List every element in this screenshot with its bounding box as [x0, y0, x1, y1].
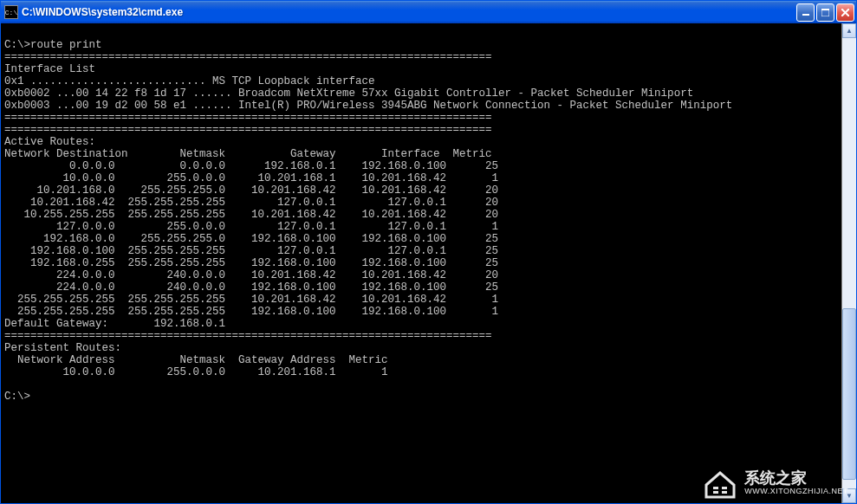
- svg-rect-2: [821, 9, 829, 10]
- minimize-button[interactable]: [796, 3, 815, 22]
- cmd-window: C:\ C:\WINDOWS\system32\cmd.exe C:\>rout…: [0, 0, 857, 504]
- window-controls: [796, 3, 854, 22]
- watermark-logo-icon: [701, 468, 739, 499]
- close-icon: [841, 9, 849, 16]
- console-output[interactable]: C:\>route print ========================…: [1, 23, 856, 503]
- close-button[interactable]: [836, 3, 854, 22]
- scroll-up-button[interactable]: ▲: [842, 23, 856, 38]
- svg-rect-0: [802, 14, 809, 16]
- svg-rect-8: [722, 491, 727, 494]
- watermark: 系统之家 WWW.XITONGZHIJIA.NET: [701, 468, 848, 499]
- scroll-thumb[interactable]: [842, 308, 856, 480]
- svg-rect-6: [713, 491, 718, 494]
- window-title: C:\WINDOWS\system32\cmd.exe: [22, 6, 796, 18]
- watermark-text-en: WWW.XITONGZHIJIA.NET: [744, 488, 848, 496]
- svg-rect-5: [713, 487, 718, 489]
- svg-rect-7: [722, 487, 727, 489]
- cmd-icon: C:\: [4, 5, 18, 19]
- titlebar[interactable]: C:\ C:\WINDOWS\system32\cmd.exe: [1, 1, 856, 23]
- scroll-track[interactable]: [842, 38, 856, 488]
- maximize-icon: [821, 9, 829, 16]
- maximize-button[interactable]: [816, 3, 834, 22]
- watermark-text-cn: 系统之家: [744, 470, 848, 488]
- minimize-icon: [802, 9, 809, 16]
- vertical-scrollbar[interactable]: ▲ ▼: [841, 23, 856, 503]
